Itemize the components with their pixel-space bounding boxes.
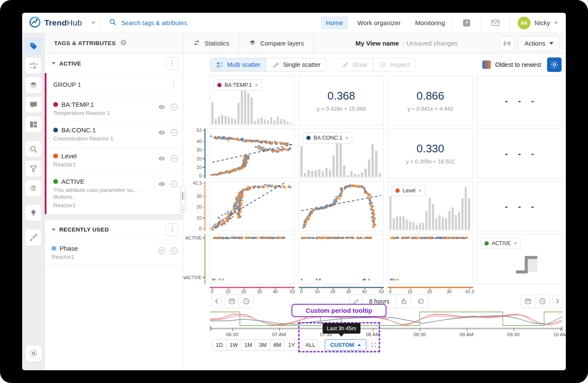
matrix-cell-3-2[interactable]	[388, 234, 473, 284]
sort-order-label[interactable]: Oldest to newest	[495, 61, 541, 68]
time-start-button[interactable]	[239, 294, 254, 308]
panel-resize-handle[interactable]	[180, 186, 186, 206]
rail-layers-icon[interactable]	[25, 77, 42, 94]
help-button[interactable]: ?	[453, 13, 481, 33]
section-menu-button[interactable]	[166, 223, 179, 236]
eye-icon[interactable]	[157, 154, 166, 165]
minus-circle-icon[interactable]	[170, 103, 179, 113]
tag-item-level[interactable]: LevelReactor1	[46, 147, 183, 173]
eye-icon[interactable]	[157, 180, 166, 190]
matrix-cell-2-0[interactable]	[210, 181, 295, 231]
calendar-start-button[interactable]	[225, 294, 239, 308]
matrix-cell-3-0[interactable]	[210, 234, 295, 284]
minus-circle-icon[interactable]	[170, 154, 179, 165]
compare-layers-button[interactable]: Compare layers	[239, 33, 314, 53]
broadcast-button[interactable]	[499, 36, 515, 51]
restore-period-button[interactable]	[414, 294, 428, 308]
series-chip-ba-temp-1[interactable]: BA:TEMP.1	[213, 80, 262, 91]
matrix-cell-0-2[interactable]: 0.866y = 0.941x + 4.442	[388, 76, 473, 126]
tags-attributes-panel: ACTIVEGROUP 1BA:TEMP.1Temperature Reacto…	[45, 54, 183, 370]
matrix-cell-2-2[interactable]: Level	[388, 181, 473, 231]
x-tick-label: 10	[225, 289, 231, 294]
search-input[interactable]	[121, 20, 249, 26]
minus-circle-icon[interactable]	[170, 128, 179, 139]
rail-gear-icon[interactable]	[25, 345, 42, 362]
nav-item-work-organizer[interactable]: Work organizer	[352, 16, 406, 29]
tab-inspect: Inspect	[373, 58, 415, 71]
tab-single-scatter[interactable]: Single scatter	[266, 58, 326, 71]
matrix-cell-1-2[interactable]: 0.330y = 0.309x + 16.502	[388, 129, 473, 178]
tab-multi-scatter[interactable]: Multi scatter	[210, 58, 266, 71]
chart-settings-button[interactable]	[547, 57, 562, 72]
series-chip-level[interactable]: Level	[392, 185, 426, 196]
rail-tag-icon[interactable]	[25, 37, 42, 54]
main-nav: HomeWork organizerMonitoring	[319, 13, 453, 33]
custom-interval-button[interactable]	[368, 340, 379, 351]
actions-button[interactable]: Actions	[518, 36, 560, 51]
minus-circle-icon[interactable]	[170, 246, 179, 257]
time-end-button[interactable]	[535, 294, 550, 308]
range-button-6m[interactable]: 6M	[270, 339, 285, 351]
y-tick-label: 40	[196, 139, 202, 144]
brand[interactable]: TrendHub	[22, 16, 100, 30]
series-chip-ba-conc-1[interactable]: BA:CONC.1	[303, 132, 352, 143]
range-button-custom[interactable]: CUSTOM	[325, 339, 366, 351]
range-button-1d[interactable]: 1D	[212, 339, 227, 351]
scroll-left-button[interactable]	[212, 294, 222, 308]
plus-circle-icon[interactable]	[157, 246, 166, 257]
tag-item-ba-conc-1[interactable]: BA:CONC.1Concentration Reactor 1	[46, 121, 183, 147]
matrix-cell-2-1[interactable]	[299, 181, 384, 231]
range-button-3m[interactable]: 3M	[255, 339, 270, 351]
no-correlation-cell[interactable]: - - -	[477, 76, 562, 126]
collapse-chevron-icon[interactable]	[52, 229, 56, 231]
group-header[interactable]: GROUP 1	[46, 73, 183, 96]
inspect-icon	[379, 61, 386, 69]
range-button-1m[interactable]: 1M	[241, 339, 256, 351]
messages-button[interactable]	[481, 13, 510, 33]
rail-comment-icon[interactable]	[25, 96, 42, 113]
eye-icon[interactable]	[157, 103, 166, 113]
rail-filter-icon[interactable]	[25, 160, 42, 177]
minus-circle-icon[interactable]	[170, 180, 179, 190]
range-button-1w[interactable]: 1W	[226, 339, 241, 351]
top-navbar: TrendHub HomeWork organizerMonitoring ? …	[22, 13, 566, 33]
user-menu[interactable]: NA Nicky	[510, 17, 566, 29]
panel-collapse-button[interactable]: ×	[180, 207, 186, 213]
tag-item-ba-temp-1[interactable]: BA:TEMP.1Temperature Reactor 1	[46, 96, 183, 121]
calendar-end-button[interactable]	[521, 294, 535, 308]
group-menu-button[interactable]	[168, 80, 179, 90]
matrix-cell-3-1[interactable]	[299, 234, 384, 284]
statistics-button[interactable]: Statistics	[183, 33, 239, 53]
rail-dashboard-icon[interactable]	[25, 116, 42, 133]
rail-formula-icon[interactable]	[25, 57, 42, 74]
matrix-cell-3-3[interactable]: ACTIVE	[477, 234, 562, 284]
brand-chevron-down-icon[interactable]	[91, 22, 95, 24]
rail-fingerprint-icon[interactable]	[25, 180, 42, 197]
collapse-chevron-icon[interactable]	[52, 62, 56, 65]
tag-item-phase[interactable]: PhaseReactor1	[45, 240, 183, 265]
nav-item-home[interactable]: Home	[321, 16, 348, 29]
y-axis-gutter-row-3: ACTIVEINACTIVE	[183, 234, 206, 284]
rail-graph-icon[interactable]	[25, 229, 42, 246]
rail-search-icon[interactable]	[25, 140, 42, 157]
statistics-label: Statistics	[205, 40, 229, 47]
eye-icon[interactable]	[157, 128, 166, 139]
scroll-right-button[interactable]	[552, 294, 562, 308]
help-circle-icon[interactable]: ?	[120, 39, 127, 48]
series-chip-active[interactable]: ACTIVE	[481, 238, 521, 249]
section-menu-button[interactable]	[166, 57, 179, 70]
tag-description: Reactor1	[53, 161, 157, 168]
no-correlation-cell[interactable]: - - -	[477, 129, 562, 178]
tag-item-active[interactable]: ACTIVEThis attribute uses parameter su… …	[46, 173, 183, 214]
actions-label: Actions	[525, 40, 545, 47]
no-correlation-cell[interactable]: - - -	[477, 181, 562, 231]
matrix-cell-1-1[interactable]: BA:CONC.1	[299, 129, 384, 178]
nav-item-monitoring[interactable]: Monitoring	[410, 16, 450, 29]
rail-bulb-icon[interactable]	[25, 204, 42, 221]
range-button-1y[interactable]: 1Y	[284, 339, 299, 351]
lock-duration-button[interactable]	[397, 294, 411, 308]
matrix-cell-0-1[interactable]: 0.368y = 0.428x + 15.868	[299, 76, 384, 126]
range-button-all[interactable]: ALL	[303, 339, 318, 351]
matrix-cell-0-0[interactable]: BA:TEMP.1	[210, 76, 295, 126]
matrix-cell-1-0[interactable]	[210, 129, 295, 178]
